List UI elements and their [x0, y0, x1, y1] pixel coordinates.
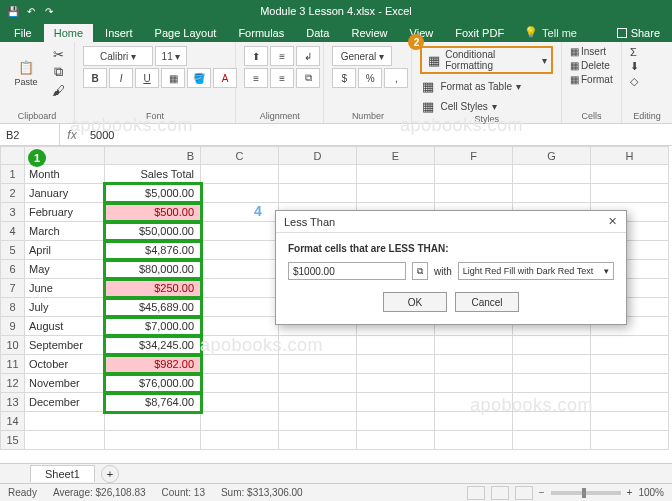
- cell[interactable]: March: [25, 222, 105, 241]
- cell[interactable]: [591, 374, 669, 393]
- cell[interactable]: $50,000.00: [105, 222, 201, 241]
- cell[interactable]: $34,245.00: [105, 336, 201, 355]
- cell[interactable]: [435, 374, 513, 393]
- cut-icon[interactable]: ✂: [50, 46, 66, 62]
- zoom-in-button[interactable]: +: [627, 487, 633, 498]
- tell-me[interactable]: 💡 Tell me: [516, 23, 585, 42]
- font-color-button[interactable]: A: [213, 68, 237, 88]
- cell[interactable]: [201, 355, 279, 374]
- zoom-out-button[interactable]: −: [539, 487, 545, 498]
- paste-button[interactable]: 📋 Paste: [8, 46, 44, 102]
- fill-color-button[interactable]: 🪣: [187, 68, 211, 88]
- cell[interactable]: [591, 412, 669, 431]
- tab-formulas[interactable]: Formulas: [228, 24, 294, 42]
- cell[interactable]: [25, 412, 105, 431]
- cell[interactable]: [201, 431, 279, 450]
- cell[interactable]: May: [25, 260, 105, 279]
- range-picker-button[interactable]: ⧉: [412, 262, 428, 280]
- cell[interactable]: [513, 165, 591, 184]
- ok-button[interactable]: OK: [383, 292, 447, 312]
- cell[interactable]: [279, 165, 357, 184]
- cell[interactable]: [513, 336, 591, 355]
- row-header[interactable]: 13: [1, 393, 25, 412]
- copy-icon[interactable]: ⧉: [50, 64, 66, 80]
- font-size-select[interactable]: 11 ▾: [155, 46, 187, 66]
- cell[interactable]: $250.00: [105, 279, 201, 298]
- format-as-table-button[interactable]: ▦ Format as Table ▾: [420, 78, 521, 94]
- cancel-button[interactable]: Cancel: [455, 292, 519, 312]
- underline-button[interactable]: U: [135, 68, 159, 88]
- row-header[interactable]: 7: [1, 279, 25, 298]
- format-painter-icon[interactable]: 🖌: [50, 82, 66, 98]
- cell[interactable]: September: [25, 336, 105, 355]
- select-all-corner[interactable]: [1, 147, 25, 165]
- cell[interactable]: [357, 184, 435, 203]
- cell[interactable]: [357, 393, 435, 412]
- cell[interactable]: [513, 355, 591, 374]
- cell[interactable]: [435, 184, 513, 203]
- format-style-select[interactable]: Light Red Fill with Dark Red Text ▾: [458, 262, 614, 280]
- cell[interactable]: [201, 241, 279, 260]
- cell[interactable]: [435, 393, 513, 412]
- cell[interactable]: [513, 374, 591, 393]
- cell[interactable]: $45,689.00: [105, 298, 201, 317]
- cell[interactable]: $8,764.00: [105, 393, 201, 412]
- cell[interactable]: October: [25, 355, 105, 374]
- tab-home[interactable]: Home: [44, 24, 93, 42]
- cell[interactable]: August: [25, 317, 105, 336]
- cell[interactable]: [201, 165, 279, 184]
- cell[interactable]: $5,000.00: [105, 184, 201, 203]
- cell[interactable]: [279, 412, 357, 431]
- align-middle-button[interactable]: ≡: [270, 46, 294, 66]
- cell[interactable]: [435, 355, 513, 374]
- delete-cells-button[interactable]: ▦ Delete: [570, 60, 610, 71]
- tab-file[interactable]: File: [4, 24, 42, 42]
- row-header[interactable]: 3: [1, 203, 25, 222]
- cell[interactable]: November: [25, 374, 105, 393]
- cell[interactable]: [201, 336, 279, 355]
- cell[interactable]: [591, 165, 669, 184]
- cell[interactable]: [105, 431, 201, 450]
- cell[interactable]: [435, 165, 513, 184]
- column-header[interactable]: F: [435, 147, 513, 165]
- row-header[interactable]: 1: [1, 165, 25, 184]
- cell[interactable]: $982.00: [105, 355, 201, 374]
- align-top-button[interactable]: ⬆: [244, 46, 268, 66]
- cell[interactable]: June: [25, 279, 105, 298]
- font-family-select[interactable]: Calibri ▾: [83, 46, 153, 66]
- cell[interactable]: [435, 431, 513, 450]
- clear-button[interactable]: ◇: [630, 75, 638, 88]
- zoom-slider[interactable]: [551, 491, 621, 495]
- cell[interactable]: [591, 431, 669, 450]
- fill-button[interactable]: ⬇: [630, 60, 639, 73]
- cell[interactable]: [201, 203, 279, 222]
- cell[interactable]: [357, 374, 435, 393]
- tab-insert[interactable]: Insert: [95, 24, 143, 42]
- number-format-select[interactable]: General ▾: [332, 46, 392, 66]
- cell[interactable]: [105, 412, 201, 431]
- cell[interactable]: [201, 317, 279, 336]
- sheet-tab-sheet1[interactable]: Sheet1: [30, 465, 95, 482]
- currency-button[interactable]: $: [332, 68, 356, 88]
- cell[interactable]: $500.00: [105, 203, 201, 222]
- cell[interactable]: April: [25, 241, 105, 260]
- cell[interactable]: Sales Total: [105, 165, 201, 184]
- cell[interactable]: [513, 393, 591, 412]
- cell[interactable]: [513, 412, 591, 431]
- cell[interactable]: [279, 393, 357, 412]
- tab-data[interactable]: Data: [296, 24, 339, 42]
- cell[interactable]: Month: [25, 165, 105, 184]
- cell[interactable]: [279, 374, 357, 393]
- cell[interactable]: [357, 412, 435, 431]
- formula-input[interactable]: 5000: [84, 124, 672, 145]
- row-header[interactable]: 5: [1, 241, 25, 260]
- threshold-input[interactable]: $1000.00: [288, 262, 406, 280]
- row-header[interactable]: 4: [1, 222, 25, 241]
- cell[interactable]: [201, 393, 279, 412]
- cell-styles-button[interactable]: ▦ Cell Styles ▾: [420, 98, 496, 114]
- autosum-button[interactable]: Σ: [630, 46, 637, 58]
- wrap-text-button[interactable]: ↲: [296, 46, 320, 66]
- cell[interactable]: [279, 431, 357, 450]
- row-header[interactable]: 2: [1, 184, 25, 203]
- row-header[interactable]: 11: [1, 355, 25, 374]
